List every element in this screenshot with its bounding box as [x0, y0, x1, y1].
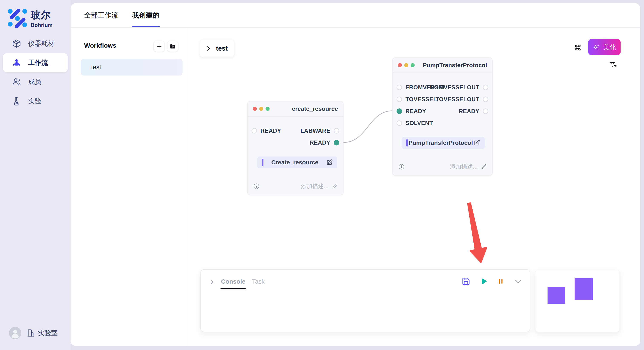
port-out-fromvesselout[interactable]: FROMVESSELOUT [426, 84, 488, 91]
node-title: PumpTransferProtocol [423, 62, 487, 69]
breadcrumb-label: test [216, 45, 228, 52]
edit-icon[interactable] [474, 140, 480, 146]
red-dot-icon [253, 107, 257, 111]
bohrium-logo-icon [8, 9, 27, 28]
sidebar: 玻尔 Bohrium 仪器耗材 [0, 0, 71, 350]
action-label: Create_resource [264, 159, 326, 166]
port-handle[interactable] [396, 97, 402, 102]
pause-button[interactable] [497, 278, 504, 285]
traffic-dots [253, 107, 270, 111]
port-in-ready[interactable]: READY [252, 127, 281, 134]
sidebar-item-workflows[interactable]: 工作流 [3, 53, 68, 72]
tabs-divider [71, 27, 640, 28]
port-handle-connected[interactable] [396, 108, 402, 114]
info-icon[interactable] [398, 164, 405, 170]
members-icon [12, 77, 21, 87]
yellow-dot-icon [404, 63, 408, 67]
import-folder-button[interactable] [168, 41, 178, 52]
port-in-ready[interactable]: READY [396, 108, 426, 115]
port-in-solvent[interactable]: SOLVENT [396, 120, 433, 127]
pencil-icon[interactable] [332, 183, 338, 189]
port-handle[interactable] [396, 85, 402, 90]
port-label: TOVESSEL [406, 96, 437, 103]
package-icon [12, 39, 21, 48]
port-in-tovessel[interactable]: TOVESSEL [396, 96, 437, 103]
node-create-resource[interactable]: create_resource READY LABWARE READY Crea… [247, 101, 344, 195]
sidebar-item-label: 成员 [28, 77, 41, 86]
task-tab[interactable]: Task [252, 278, 265, 285]
port-label: TOVESSELOUT [436, 96, 480, 103]
port-out-tovesselout[interactable]: TOVESSELOUT [436, 96, 488, 103]
plus-icon [156, 43, 162, 49]
avatar[interactable] [9, 327, 21, 339]
sidebar-item-experiments[interactable]: 实验 [0, 91, 71, 111]
node-footer: 添加描述... [253, 182, 338, 190]
info-icon[interactable] [253, 183, 260, 189]
port-label: READY [459, 108, 480, 115]
yellow-dot-icon [259, 107, 263, 111]
beautify-button[interactable]: 美化 [588, 39, 620, 55]
run-button[interactable] [480, 277, 488, 285]
pencil-icon[interactable] [481, 164, 487, 170]
building-icon [26, 329, 35, 337]
sidebar-item-label: 实验 [28, 97, 41, 105]
filter-icon [609, 61, 618, 69]
port-out-ready[interactable]: READY [310, 139, 339, 146]
console-tab-underline [220, 288, 246, 289]
port-handle[interactable] [483, 97, 488, 102]
port-out-labware[interactable]: LABWARE [300, 127, 339, 134]
minimap-node-create-resource [548, 287, 565, 304]
workflow-list-item-test[interactable]: test [81, 59, 182, 75]
port-handle[interactable] [334, 128, 339, 134]
breadcrumb[interactable]: test [200, 40, 234, 57]
tab-my-created[interactable]: 我创建的 [132, 3, 160, 27]
tab-all-workflows[interactable]: 全部工作流 [84, 3, 118, 27]
chevron-right-icon [206, 45, 211, 52]
sidebar-menu: 仪器耗材 工作流 成员 [0, 34, 71, 111]
panel-title: Workflows [84, 42, 116, 49]
sparkles-icon [593, 43, 600, 51]
port-handle[interactable] [483, 108, 488, 114]
port-handle[interactable] [483, 85, 488, 90]
console-tab[interactable]: Console [221, 278, 245, 285]
command-icon [574, 43, 582, 52]
collapse-chevron-right-icon[interactable] [209, 279, 215, 285]
minimap-node-pump-transfer [574, 278, 593, 300]
port-handle-connected[interactable] [334, 140, 339, 146]
node-action-create-resource[interactable]: Create_resource [257, 157, 337, 169]
bohrium-workflow-app: { "app": { "brand": "玻尔", "brand_sub": "… [0, 0, 644, 350]
brand-subtitle: Bohrium [31, 22, 52, 28]
node-header[interactable]: PumpTransferProtocol [393, 58, 492, 73]
console-panel: Console Task [200, 269, 530, 332]
port-label: LABWARE [300, 128, 330, 134]
filter-nodes-button[interactable] [609, 61, 618, 69]
traffic-dots [398, 63, 415, 67]
port-out-ready[interactable]: READY [459, 108, 488, 115]
workflow-item-name: test [91, 64, 101, 71]
node-pump-transfer-protocol[interactable]: PumpTransferProtocol FROMVESSEL FROMVESS… [392, 57, 492, 176]
collapse-panel-button[interactable] [514, 277, 522, 286]
sidebar-item-members[interactable]: 成员 [0, 72, 71, 91]
description-placeholder[interactable]: 添加描述... [450, 163, 478, 171]
save-icon [462, 277, 470, 286]
port-handle[interactable] [396, 120, 402, 126]
save-button[interactable] [462, 277, 470, 286]
sidebar-item-instruments[interactable]: 仪器耗材 [0, 34, 71, 53]
minimap[interactable] [535, 270, 620, 332]
port-handle[interactable] [252, 128, 257, 134]
node-action-pump-transfer[interactable]: PumpTransferProtocol [402, 137, 485, 149]
brand-logo: 玻尔 Bohrium [8, 8, 52, 28]
description-placeholder[interactable]: 添加描述... [301, 182, 328, 190]
add-workflow-button[interactable] [154, 41, 164, 52]
node-header[interactable]: create_resource [248, 101, 343, 117]
lab-selector[interactable]: 实验室 [26, 329, 58, 338]
active-tab-underline [132, 26, 160, 27]
test-tube-icon [12, 96, 21, 106]
red-arrow-annotation [468, 203, 486, 262]
pause-icon [497, 278, 504, 285]
edit-icon[interactable] [326, 159, 333, 166]
sidebar-item-label: 工作流 [28, 58, 48, 67]
command-palette-button[interactable] [574, 43, 582, 52]
beautify-label: 美化 [603, 43, 616, 52]
node-title: create_resource [292, 105, 338, 112]
